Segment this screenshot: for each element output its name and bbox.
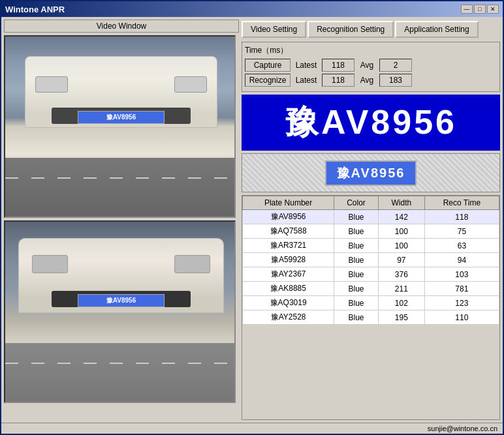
cell-plate: 豫AY2528 xyxy=(243,310,334,325)
table-row[interactable]: 豫AR3721Blue10063 xyxy=(243,239,499,253)
col-color: Color xyxy=(334,196,379,210)
plate-image-text: 豫AV8956 xyxy=(325,160,417,186)
table-row[interactable]: 豫AQ3019Blue102123 xyxy=(243,296,499,310)
cell-width: 376 xyxy=(378,267,424,282)
capture-time-row: Capture Latest 118 Avg 2 xyxy=(245,59,497,72)
headlight-right-bottom xyxy=(174,255,210,273)
video-window-top: 豫AV8956 xyxy=(4,35,236,218)
recognition-setting-button[interactable]: Recognition Setting xyxy=(307,21,394,38)
video-window-bottom: 豫AV8956 xyxy=(4,220,236,403)
table-row[interactable]: 豫AV8956Blue142118 xyxy=(243,210,499,224)
cell-plate: 豫AQ3019 xyxy=(243,296,334,310)
main-content: Video Window xyxy=(1,17,503,423)
car-body-bottom: 豫AV8956 xyxy=(18,238,224,346)
car-plate-text-bottom: 豫AV8956 xyxy=(106,296,136,305)
application-setting-button[interactable]: Application Setting xyxy=(395,21,478,38)
minimize-button[interactable]: — xyxy=(461,5,473,14)
toolbar: Video Setting Recognition Setting Applic… xyxy=(242,20,500,39)
recognize-avg-label: Avg xyxy=(357,76,377,85)
cell-plate: 豫AR3721 xyxy=(243,239,334,253)
road-top xyxy=(5,158,234,217)
results-section: Plate Number Color Width Reco Time 豫AV89… xyxy=(242,195,500,420)
table-row[interactable]: 豫A59928Blue9794 xyxy=(243,253,499,267)
cell-reco-time: 103 xyxy=(424,267,499,282)
cell-color: Blue xyxy=(334,253,379,267)
cell-color: Blue xyxy=(334,239,379,253)
results-table: Plate Number Color Width Reco Time 豫AV89… xyxy=(242,196,499,325)
capture-avg-label: Avg xyxy=(357,61,377,70)
car-plate-text-top: 豫AV8956 xyxy=(106,113,136,122)
cell-width: 211 xyxy=(378,282,424,296)
cell-width: 142 xyxy=(378,210,424,224)
cell-color: Blue xyxy=(334,210,379,224)
cell-reco-time: 123 xyxy=(424,296,499,310)
cell-width: 195 xyxy=(378,310,424,325)
col-plate-number: Plate Number xyxy=(243,196,334,210)
left-panel: Video Window xyxy=(4,20,239,420)
cell-reco-time: 75 xyxy=(424,224,499,239)
plate-display: 豫AV8956 xyxy=(242,95,500,151)
app-title: Wintone ANPR xyxy=(5,5,65,14)
table-row[interactable]: 豫AY2528Blue195110 xyxy=(243,310,499,325)
col-width: Width xyxy=(378,196,424,210)
cell-width: 100 xyxy=(378,239,424,253)
cell-color: Blue xyxy=(334,224,379,239)
time-panel: Time（ms） Capture Latest 118 Avg 2 Recogn… xyxy=(242,42,500,92)
status-bar: sunjie@wintone.co.cn xyxy=(1,423,503,434)
capture-label: Capture xyxy=(245,59,291,72)
col-reco-time: Reco Time xyxy=(424,196,499,210)
recognize-latest-label: Latest xyxy=(293,76,319,85)
headlight-right-top xyxy=(174,76,207,93)
cell-plate: 豫AV8956 xyxy=(243,210,334,224)
video-label: Video Window xyxy=(4,20,239,33)
title-bar: Wintone ANPR — □ ✕ xyxy=(1,1,503,17)
cell-color: Blue xyxy=(334,310,379,325)
cell-reco-time: 63 xyxy=(424,239,499,253)
window-controls: — □ ✕ xyxy=(461,5,499,14)
time-title: Time（ms） xyxy=(245,45,497,56)
cell-color: Blue xyxy=(334,282,379,296)
table-row[interactable]: 豫AQ7588Blue10075 xyxy=(243,224,499,239)
cell-reco-time: 118 xyxy=(424,210,499,224)
car-image-top: 豫AV8956 xyxy=(5,37,234,217)
cell-plate: 豫AK8885 xyxy=(243,282,334,296)
app-window: Wintone ANPR — □ ✕ Video Window xyxy=(0,0,504,435)
car-image-bottom: 豫AV8956 xyxy=(5,222,234,402)
recognize-latest-value: 118 xyxy=(322,74,354,87)
road-lines-bottom xyxy=(5,363,234,364)
table-row[interactable]: 豫AK8885Blue211781 xyxy=(243,282,499,296)
recognize-avg-value: 183 xyxy=(379,74,412,87)
car-body-top: 豫AV8956 xyxy=(25,50,217,160)
road-bottom xyxy=(5,343,234,402)
cell-reco-time: 94 xyxy=(424,253,499,267)
car-front-top: 豫AV8956 xyxy=(25,56,217,128)
table-header-row: Plate Number Color Width Reco Time xyxy=(243,196,499,210)
recognize-time-row: Recognize Latest 118 Avg 183 xyxy=(245,74,497,87)
video-setting-button[interactable]: Video Setting xyxy=(242,21,306,38)
maximize-button[interactable]: □ xyxy=(474,5,486,14)
cell-width: 97 xyxy=(378,253,424,267)
car-plate-bottom: 豫AV8956 xyxy=(78,294,165,307)
table-row[interactable]: 豫AY2367Blue376103 xyxy=(243,267,499,282)
cell-color: Blue xyxy=(334,267,379,282)
plate-image: 豫AV8956 xyxy=(242,153,500,192)
capture-avg-value: 2 xyxy=(379,59,412,72)
recognize-label: Recognize xyxy=(245,74,291,87)
close-button[interactable]: ✕ xyxy=(487,5,499,14)
cell-plate: 豫AY2367 xyxy=(243,267,334,282)
cell-plate: 豫AQ7588 xyxy=(243,224,334,239)
email-text: sunjie@wintone.co.cn xyxy=(428,425,497,432)
headlight-left-top xyxy=(35,76,68,93)
headlight-left-bottom xyxy=(32,255,68,273)
right-panel: Video Setting Recognition Setting Applic… xyxy=(242,20,500,420)
cell-width: 102 xyxy=(378,296,424,310)
capture-latest-label: Latest xyxy=(293,61,319,70)
cell-reco-time: 781 xyxy=(424,282,499,296)
car-front-bottom: 豫AV8956 xyxy=(18,238,224,313)
cell-reco-time: 110 xyxy=(424,310,499,325)
cell-width: 100 xyxy=(378,224,424,239)
car-plate-top: 豫AV8956 xyxy=(78,111,165,124)
cell-plate: 豫A59928 xyxy=(243,253,334,267)
capture-latest-value: 118 xyxy=(322,59,354,72)
cell-color: Blue xyxy=(334,296,379,310)
